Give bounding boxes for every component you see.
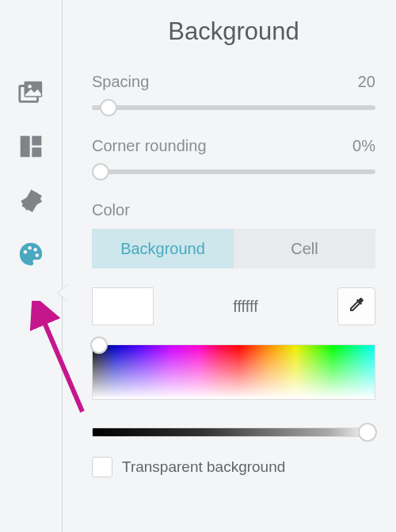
panel-title: Background [92, 17, 375, 46]
svg-point-9 [36, 253, 40, 257]
transparent-label: Transparent background [122, 458, 285, 476]
svg-rect-4 [32, 136, 41, 146]
color-tabs: Background Cell [92, 229, 375, 268]
color-section-label: Color [92, 201, 375, 219]
svg-point-6 [24, 250, 28, 254]
rounding-section: Corner rounding 0% [92, 137, 375, 179]
images-icon[interactable] [17, 79, 44, 106]
eyedropper-icon [347, 295, 366, 317]
tab-background[interactable]: Background [92, 229, 234, 268]
svg-point-8 [33, 248, 37, 252]
transparent-checkbox[interactable] [92, 457, 112, 477]
layout-icon[interactable] [17, 133, 44, 160]
rounding-slider[interactable] [92, 163, 375, 179]
svg-point-7 [28, 246, 32, 250]
transparent-row: Transparent background [92, 457, 375, 477]
palette-icon[interactable] [17, 241, 44, 268]
tags-icon[interactable] [17, 187, 44, 214]
active-tab-pointer [57, 284, 68, 302]
hue-picker[interactable] [92, 336, 375, 408]
spacing-slider[interactable] [92, 99, 375, 115]
svg-point-2 [28, 85, 32, 89]
rounding-value: 0% [352, 137, 375, 155]
swatch-row: ffffff [92, 287, 375, 325]
sidebar [0, 0, 62, 532]
sidebar-divider [62, 0, 63, 532]
spacing-value: 20 [358, 73, 375, 91]
color-hex-value[interactable]: ffffff [168, 298, 323, 316]
rounding-label: Corner rounding [92, 137, 207, 155]
lightness-slider[interactable] [92, 422, 375, 441]
color-swatch[interactable] [92, 287, 154, 325]
tab-cell[interactable]: Cell [234, 229, 375, 268]
eyedropper-button[interactable] [337, 287, 375, 325]
svg-rect-3 [21, 136, 30, 158]
spacing-section: Spacing 20 [92, 73, 375, 115]
background-panel: Background Spacing 20 Corner rounding 0%… [73, 0, 396, 532]
svg-rect-5 [32, 147, 41, 157]
spacing-label: Spacing [92, 73, 149, 91]
